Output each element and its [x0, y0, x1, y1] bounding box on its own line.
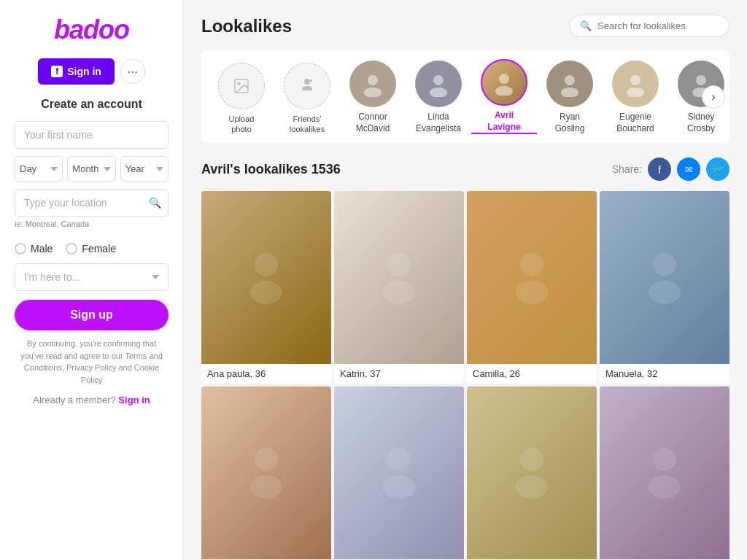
- facebook-share-icon: f: [658, 163, 661, 176]
- upload-avatar: [218, 63, 265, 109]
- share-facebook-button[interactable]: f: [648, 158, 671, 181]
- svg-point-14: [255, 253, 278, 276]
- svg-point-5: [430, 88, 447, 97]
- celeb-avatar-eugenie: [612, 61, 659, 107]
- celebrity-row: Upload photo Friends' lookalikes: [201, 59, 729, 134]
- location-row: 🔍: [15, 189, 169, 217]
- svg-point-22: [255, 448, 278, 471]
- page-title: Lookalikes: [201, 16, 292, 36]
- messenger-share-icon: ✉: [685, 164, 693, 175]
- gender-male-label: Male: [31, 243, 53, 254]
- celeb-avatar-connor: [349, 61, 396, 107]
- photo-card-0[interactable]: Ana paula, 36: [201, 191, 331, 384]
- celeb-name-eugenie: EugenieBouchard: [616, 112, 654, 134]
- photo-label-1: Katrin, 37: [334, 364, 464, 384]
- svg-point-15: [250, 281, 282, 304]
- photo-label-2: Camilla, 26: [467, 364, 597, 384]
- location-input[interactable]: [15, 189, 169, 217]
- svg-point-11: [627, 88, 644, 97]
- share-label: Share:: [612, 163, 642, 175]
- celeb-name-avril: AvrilLavigne: [487, 110, 520, 133]
- first-name-input[interactable]: [15, 121, 169, 149]
- signin-link[interactable]: Sign in: [118, 394, 150, 405]
- svg-point-18: [520, 253, 543, 276]
- photo-card-2[interactable]: Camilla, 26: [467, 191, 597, 384]
- location-hint: ie: Montreal, Canada: [15, 219, 169, 228]
- more-icon: ···: [127, 64, 138, 79]
- search-input[interactable]: [597, 20, 719, 31]
- facebook-signin-button[interactable]: f Sign in: [38, 58, 115, 85]
- photo-card-3[interactable]: Manuela, 32: [600, 191, 729, 384]
- search-bar: 🔍: [569, 15, 729, 37]
- date-row: Day Month Year: [15, 156, 169, 182]
- celeb-ryan[interactable]: RyanGosling: [537, 61, 603, 134]
- photo-image-3: [600, 191, 729, 364]
- celeb-connor[interactable]: ConnorMcDavid: [340, 61, 406, 134]
- first-name-group: [15, 121, 169, 149]
- svg-point-7: [495, 86, 513, 96]
- photo-card-4[interactable]: Danielle Addis, 25: [201, 386, 331, 560]
- photo-card-1[interactable]: Katrin, 37: [334, 191, 464, 384]
- friends-label: Friends' lookalikes: [290, 114, 325, 135]
- celeb-linda[interactable]: LindaEvangelista: [406, 61, 471, 134]
- share-messenger-button[interactable]: ✉: [677, 158, 700, 181]
- celeb-eugenie[interactable]: EugenieBouchard: [603, 61, 668, 134]
- create-account-title: Create an account: [41, 98, 142, 111]
- celeb-name-sidney: SidneyCrosby: [687, 112, 715, 134]
- gender-row: Male Female: [15, 243, 169, 254]
- photo-label-0: Ana paula, 36: [201, 364, 331, 384]
- month-select[interactable]: Month: [67, 156, 115, 182]
- celeb-name-ryan: RyanGosling: [555, 112, 585, 134]
- svg-point-29: [649, 475, 681, 499]
- svg-point-27: [516, 475, 548, 499]
- terms-text: By continuing, you're confirming that yo…: [15, 338, 169, 386]
- photo-label-3: Manuela, 32: [600, 364, 729, 384]
- location-group: 🔍 ie: Montreal, Canada: [15, 189, 169, 236]
- photo-grid: Ana paula, 36 Katrin, 37: [201, 191, 729, 560]
- lookalikes-count: Avril's lookalikes 1536: [201, 162, 341, 177]
- upload-label: Upload photo: [229, 114, 255, 135]
- signup-button[interactable]: Sign up: [15, 300, 169, 330]
- female-radio[interactable]: [66, 243, 77, 254]
- year-select[interactable]: Year: [120, 156, 169, 182]
- svg-point-21: [649, 281, 681, 304]
- svg-point-12: [696, 75, 706, 85]
- more-options-button[interactable]: ···: [120, 59, 145, 84]
- photo-card-6[interactable]: Zümra, 24: [467, 386, 597, 560]
- svg-point-26: [520, 448, 543, 471]
- share-row: Share: f ✉ 🐦: [612, 158, 729, 181]
- share-twitter-button[interactable]: 🐦: [706, 158, 729, 181]
- svg-point-2: [368, 75, 378, 85]
- photo-card-5[interactable]: Natanna, 26: [334, 386, 464, 560]
- logo: badoo: [54, 15, 129, 45]
- sidebar: badoo f Sign in ··· Create an account Da…: [0, 0, 184, 560]
- photo-card-7[interactable]: Ellen, 22: [600, 386, 729, 560]
- celeb-name-connor: ConnorMcDavid: [356, 112, 390, 134]
- photo-image-1: [334, 191, 464, 364]
- celeb-avatar-ryan: [546, 61, 593, 107]
- male-radio[interactable]: [15, 243, 26, 254]
- svg-point-20: [653, 253, 676, 276]
- day-select[interactable]: Day: [15, 156, 63, 182]
- facebook-icon: f: [51, 66, 63, 77]
- signin-button-label: Sign in: [67, 66, 101, 77]
- celeb-avril[interactable]: AvrilLavigne: [471, 59, 537, 134]
- photo-image-4: [201, 386, 331, 559]
- next-arrow-button[interactable]: ›: [702, 85, 725, 109]
- photo-image-5: [334, 386, 464, 559]
- twitter-share-icon: 🐦: [711, 163, 725, 176]
- svg-point-25: [383, 475, 415, 499]
- main-content: Lookalikes 🔍 Upload photo: [184, 0, 747, 560]
- here-to-select[interactable]: I'm here to...: [15, 263, 169, 291]
- svg-point-28: [653, 448, 676, 471]
- friends-lookalikes-item[interactable]: Friends' lookalikes: [274, 63, 340, 135]
- celebrity-carousel: Upload photo Friends' lookalikes: [201, 50, 729, 143]
- svg-point-16: [387, 253, 411, 276]
- photo-image-7: [600, 386, 729, 559]
- svg-point-1: [238, 82, 240, 85]
- already-member-label: Already a member?: [33, 394, 115, 405]
- photo-image-0: [201, 191, 331, 364]
- upload-photo-item[interactable]: Upload photo: [209, 63, 274, 135]
- gender-female-option[interactable]: Female: [66, 243, 116, 254]
- gender-male-option[interactable]: Male: [15, 243, 53, 254]
